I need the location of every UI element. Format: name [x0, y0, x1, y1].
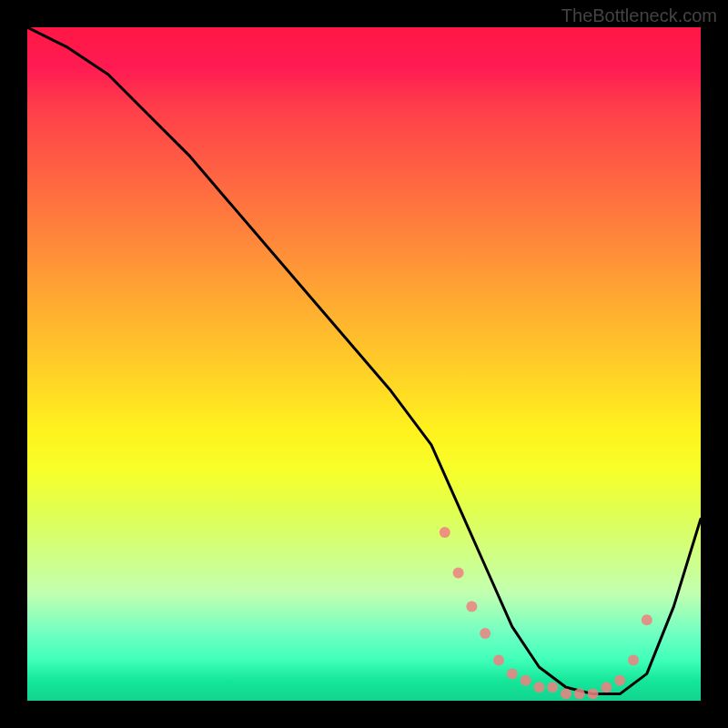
valley-marker [574, 689, 585, 700]
valley-marker [466, 601, 477, 612]
chart-svg [27, 27, 701, 701]
bottleneck-curve-path [27, 27, 701, 694]
valley-marker [440, 527, 450, 538]
valley-marker [533, 682, 544, 693]
valley-marker [561, 689, 571, 700]
valley-marker [507, 668, 518, 679]
valley-marker [480, 628, 490, 639]
valley-marker [642, 614, 652, 625]
valley-marker [588, 689, 599, 700]
valley-marker [614, 675, 625, 686]
valley-marker [601, 682, 612, 693]
valley-marker [547, 682, 558, 693]
valley-marker [628, 655, 639, 666]
attribution-label: TheBottleneck.com [561, 5, 717, 26]
valley-marker [493, 655, 504, 666]
valley-marker [521, 675, 531, 686]
chart-plot-area [27, 27, 701, 701]
valley-marker [453, 567, 464, 578]
